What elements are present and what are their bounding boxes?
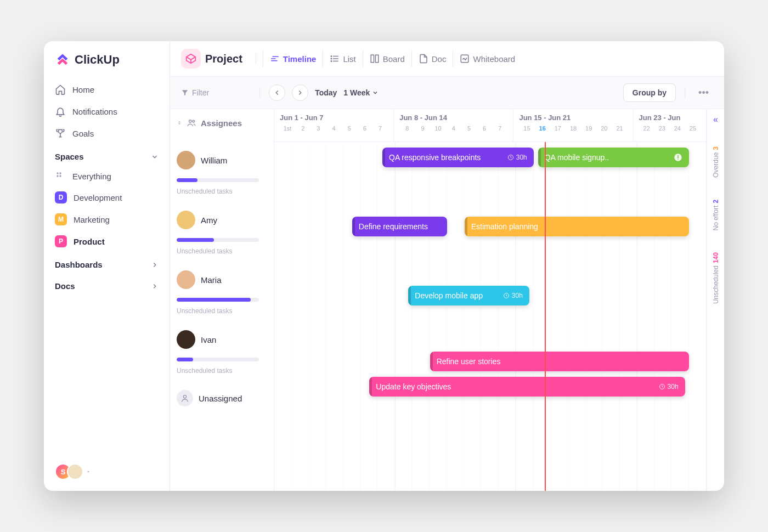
brand-logo[interactable]: ClickUp bbox=[44, 52, 170, 78]
everything-icon bbox=[55, 171, 66, 182]
assignee-column: Assignees William Unscheduled tasks Amy … bbox=[170, 109, 274, 491]
tab-timeline[interactable]: Timeline bbox=[263, 50, 323, 67]
range-selector[interactable]: 1 Week bbox=[343, 88, 379, 97]
day-25: 25 bbox=[685, 125, 701, 132]
tab-label: Whiteboard bbox=[473, 54, 515, 64]
caret-down-icon[interactable] bbox=[86, 469, 91, 474]
tab-list[interactable]: List bbox=[323, 50, 362, 67]
gantt-row: Develop mobile app30h bbox=[274, 280, 707, 349]
task-label: Update key objectives bbox=[376, 382, 451, 391]
unscheduled-label: Unscheduled tasks bbox=[177, 307, 267, 315]
tab-board[interactable]: Board bbox=[363, 50, 411, 67]
overdue-filter[interactable]: Overdue 3 bbox=[712, 146, 720, 178]
day-1st: 1st bbox=[280, 125, 295, 132]
chevron-left-icon bbox=[273, 89, 281, 97]
docs-section-header[interactable]: Docs bbox=[44, 274, 170, 295]
day-20: 20 bbox=[596, 125, 612, 132]
cube-icon bbox=[185, 53, 196, 64]
assignee-row[interactable]: Maria Unscheduled tasks bbox=[170, 263, 274, 322]
user-avatar-group[interactable]: S bbox=[55, 463, 83, 480]
avatar bbox=[177, 211, 195, 229]
chevron-right-icon bbox=[296, 89, 304, 97]
tab-label: Doc bbox=[432, 54, 447, 64]
sidebar-item-everything[interactable]: Everything bbox=[44, 166, 170, 186]
assignee-row[interactable]: William Unscheduled tasks bbox=[170, 143, 274, 203]
task-label: Estimation planning bbox=[471, 222, 538, 231]
task-bar[interactable]: QA mobile signup.. bbox=[538, 148, 690, 167]
gantt-header: Jun 1 - Jun 7 1st234567 Jun 8 - Jun 14 8… bbox=[274, 109, 707, 142]
no-effort-filter[interactable]: No effort 2 bbox=[712, 200, 720, 231]
task-label: QA responsive breakpoints bbox=[389, 153, 481, 162]
task-bar[interactable]: Refine user stories bbox=[430, 352, 690, 371]
day-19: 19 bbox=[581, 125, 596, 132]
group-by-button[interactable]: Group by bbox=[623, 83, 676, 102]
spaces-section-header[interactable]: Spaces bbox=[44, 144, 170, 166]
sidebar: ClickUp Home Notifications Goals Spaces … bbox=[44, 41, 170, 491]
header: Project Timeline List Board Doc Whiteboa… bbox=[170, 41, 724, 76]
unassigned-row[interactable]: Unassigned bbox=[170, 382, 274, 423]
task-label: QA mobile signup.. bbox=[545, 153, 609, 162]
trophy-icon bbox=[55, 128, 66, 139]
unscheduled-label: Unscheduled tasks bbox=[177, 367, 267, 375]
task-bar[interactable]: Develop mobile app30h bbox=[408, 286, 529, 305]
task-bar[interactable]: Estimation planning bbox=[465, 217, 690, 236]
unscheduled-filter[interactable]: Unscheduled 140 bbox=[712, 252, 720, 304]
nav-label: Goals bbox=[72, 129, 94, 138]
week-column: Jun 23 - Jun 22232425 bbox=[634, 109, 707, 142]
avatar bbox=[177, 270, 195, 289]
task-label: Define requirements bbox=[359, 222, 428, 231]
brand-text: ClickUp bbox=[75, 53, 120, 67]
doc-icon bbox=[419, 54, 428, 64]
next-button[interactable] bbox=[292, 84, 308, 101]
sidebar-item-marketing[interactable]: M Marketing bbox=[44, 208, 170, 230]
progress-bar bbox=[177, 358, 259, 361]
day-10: 10 bbox=[431, 125, 446, 132]
gantt-chart[interactable]: Jun 1 - Jun 7 1st234567 Jun 8 - Jun 14 8… bbox=[274, 109, 707, 491]
tab-label: Board bbox=[383, 54, 405, 64]
day-4: 4 bbox=[326, 125, 342, 132]
today-line bbox=[545, 142, 546, 491]
sidebar-item-development[interactable]: D Development bbox=[44, 186, 170, 208]
sidebar-item-home[interactable]: Home bbox=[44, 78, 170, 100]
app-window: ClickUp Home Notifications Goals Spaces … bbox=[44, 41, 724, 491]
sidebar-item-product[interactable]: P Product bbox=[44, 230, 170, 252]
dashboards-section-header[interactable]: Dashboards bbox=[44, 252, 170, 274]
svg-point-17 bbox=[193, 120, 195, 122]
filter-button[interactable]: Filter bbox=[181, 88, 209, 97]
svg-point-18 bbox=[183, 395, 186, 398]
spaces-label: Spaces bbox=[55, 152, 84, 161]
task-bar[interactable]: QA responsive breakpoints30h bbox=[382, 148, 534, 167]
task-hours: 30h bbox=[503, 292, 523, 299]
sidebar-item-notifications[interactable]: Notifications bbox=[44, 100, 170, 122]
docs-label: Docs bbox=[55, 281, 75, 291]
progress-bar bbox=[177, 298, 259, 302]
svg-rect-13 bbox=[371, 55, 374, 63]
assignee-row[interactable]: Ivan Unscheduled tasks bbox=[170, 322, 274, 382]
today-button[interactable]: Today bbox=[315, 88, 337, 97]
main-content: Project Timeline List Board Doc Whiteboa… bbox=[170, 41, 724, 491]
bell-icon bbox=[55, 106, 66, 117]
divider bbox=[259, 87, 260, 98]
prev-button[interactable] bbox=[269, 84, 285, 101]
nav-label: Notifications bbox=[72, 107, 117, 116]
tab-label: Timeline bbox=[283, 54, 317, 64]
collapse-rail-button[interactable]: « bbox=[713, 115, 718, 124]
space-label: Marketing bbox=[74, 215, 110, 224]
svg-rect-14 bbox=[375, 55, 378, 63]
task-bar[interactable]: Update key objectives30h bbox=[369, 377, 685, 397]
assignee-row[interactable]: Amy Unscheduled tasks bbox=[170, 203, 274, 263]
task-bar[interactable]: Define requirements bbox=[352, 217, 447, 236]
tab-doc[interactable]: Doc bbox=[411, 50, 453, 67]
tab-whiteboard[interactable]: Whiteboard bbox=[453, 50, 522, 67]
assignees-header[interactable]: Assignees bbox=[170, 109, 274, 143]
sidebar-item-goals[interactable]: Goals bbox=[44, 122, 170, 144]
project-title: Project bbox=[205, 53, 242, 65]
clickup-icon bbox=[55, 52, 70, 67]
chevron-down-icon bbox=[372, 89, 379, 96]
day-5: 5 bbox=[342, 125, 357, 132]
day-5: 5 bbox=[461, 125, 477, 132]
day-16: 16 bbox=[535, 125, 550, 132]
chevron-down-icon bbox=[151, 153, 159, 161]
more-button[interactable]: ••• bbox=[694, 87, 713, 99]
project-badge[interactable] bbox=[181, 49, 201, 69]
